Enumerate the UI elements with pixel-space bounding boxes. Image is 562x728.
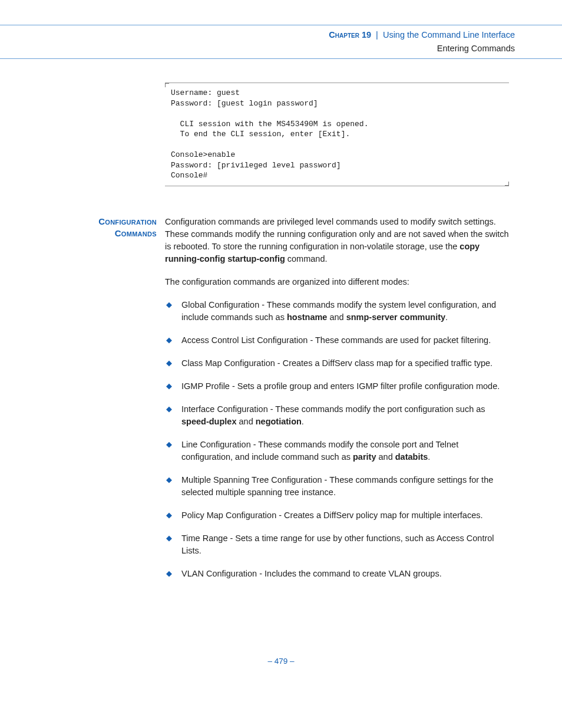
config-modes-list: Global Configuration - These commands mo…	[165, 299, 509, 580]
list-item: Time Range - Sets a time range for use b…	[165, 532, 509, 557]
list-item: Class Map Configuration - Creates a Diff…	[165, 357, 509, 370]
list-item: Line Configuration - These commands modi…	[165, 439, 509, 463]
top-whitespace	[0, 0, 562, 25]
section-content: Configuration commands are privileged le…	[165, 216, 509, 591]
list-item: Policy Map Configuration - Creates a Dif…	[165, 509, 509, 522]
page-footer: – 479 –	[53, 655, 509, 667]
list-item: IGMP Profile - Sets a profile group and …	[165, 380, 509, 393]
page-body: Username: guest Password: [guest login p…	[0, 59, 562, 691]
breadcrumb-divider: |	[376, 30, 378, 39]
section-side-heading: Configuration Commands	[53, 216, 165, 591]
chapter-title: Using the Command Line Interface	[383, 30, 515, 39]
section-title: Entering Commands	[0, 42, 515, 55]
list-item: VLAN Configuration - Includes the comman…	[165, 568, 509, 580]
list-item: Global Configuration - These commands mo…	[165, 299, 509, 324]
list-item: Multiple Spanning Tree Configuration - T…	[165, 474, 509, 499]
page-header: Chapter 19 | Using the Command Line Inte…	[0, 25, 562, 59]
list-item: Interface Configuration - These commands…	[165, 403, 509, 428]
p1-pre: Configuration commands are privileged le…	[165, 217, 509, 251]
page-number: – 479 –	[267, 657, 294, 666]
header-breadcrumb: Chapter 19 | Using the Command Line Inte…	[0, 29, 515, 41]
chapter-number: Chapter 19	[329, 30, 371, 39]
configuration-commands-section: Configuration Commands Configuration com…	[53, 216, 509, 591]
cli-session-code-block: Username: guest Password: [guest login p…	[165, 83, 509, 186]
intro-paragraph-2: The configuration commands are organized…	[165, 276, 509, 288]
p1-post: command.	[285, 254, 328, 263]
side-heading-line2: Commands	[115, 228, 157, 238]
intro-paragraph-1: Configuration commands are privileged le…	[165, 216, 509, 265]
side-heading-line1: Configuration	[98, 216, 157, 226]
list-item: Access Control List Configuration - Thes…	[165, 334, 509, 347]
